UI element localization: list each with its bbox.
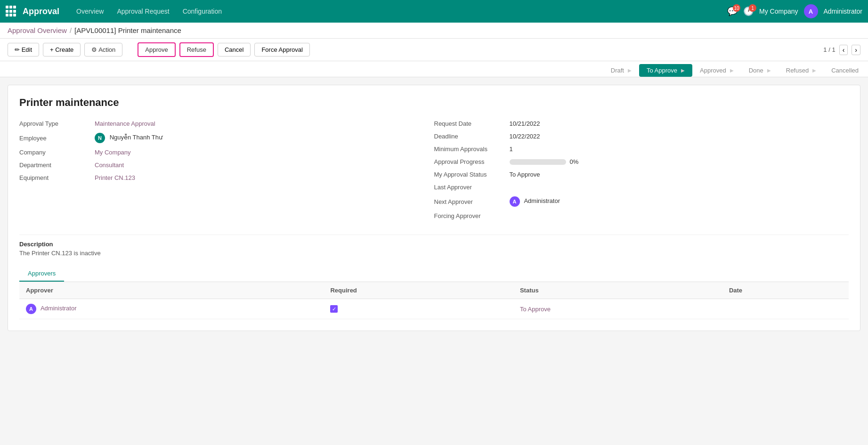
deadline-value: 10/22/2022 bbox=[510, 133, 849, 140]
status-done[interactable]: Done bbox=[741, 64, 779, 77]
pencil-icon: ✏ bbox=[15, 46, 20, 53]
next-approver-label: Next Approver bbox=[434, 198, 510, 205]
department-value[interactable]: Consultant bbox=[95, 162, 434, 169]
last-approver-row: Last Approver bbox=[434, 184, 849, 191]
activities-btn[interactable]: 🕐1 bbox=[743, 6, 754, 16]
my-approval-status-row: My Approval Status To Approve bbox=[434, 171, 849, 178]
company-label: Company bbox=[19, 149, 95, 156]
activities-badge: 1 bbox=[749, 4, 756, 12]
date-cell bbox=[722, 299, 849, 319]
description-text: The Printer CN.123 is inactive bbox=[19, 250, 849, 257]
approve-button[interactable]: Approve bbox=[138, 42, 175, 57]
col-required: Required bbox=[324, 282, 513, 299]
my-approval-status-label: My Approval Status bbox=[434, 171, 510, 178]
edit-button[interactable]: ✏ Edit bbox=[8, 43, 39, 57]
my-approval-status-value: To Approve bbox=[510, 171, 849, 178]
table-row: A Administrator ✓ To Approve bbox=[19, 299, 849, 319]
form-right: Request Date 10/21/2022 Deadline 10/22/2… bbox=[434, 120, 849, 225]
next-approver-avatar: A bbox=[510, 196, 520, 207]
status-cancelled[interactable]: Cancelled bbox=[824, 64, 860, 77]
col-status: Status bbox=[513, 282, 722, 299]
request-date-label: Request Date bbox=[434, 120, 510, 127]
department-label: Department bbox=[19, 162, 95, 169]
approver-cell: A Administrator bbox=[19, 299, 324, 319]
approver-name[interactable]: Administrator bbox=[41, 305, 77, 312]
pagination-prev[interactable]: ‹ bbox=[839, 45, 848, 55]
col-approver: Approver bbox=[19, 282, 324, 299]
forcing-approver-label: Forcing Approver bbox=[434, 212, 510, 219]
top-nav: Approval Overview Approval Request Confi… bbox=[0, 0, 868, 23]
breadcrumb: Approval Overview / [APVL00011] Printer … bbox=[0, 23, 868, 39]
approval-type-label: Approval Type bbox=[19, 120, 95, 127]
tab-approvers[interactable]: Approvers bbox=[19, 266, 64, 282]
breadcrumb-current: [APVL00011] Printer maintenance bbox=[74, 26, 181, 34]
employee-avatar: N bbox=[95, 133, 105, 143]
status-draft[interactable]: Draft bbox=[603, 64, 639, 77]
status-to-approve[interactable]: To Approve bbox=[639, 64, 692, 77]
force-approval-button[interactable]: Force Approval bbox=[254, 43, 309, 57]
row-status: To Approve bbox=[520, 306, 551, 313]
next-approver-row: Next Approver A Administrator bbox=[434, 196, 849, 207]
breadcrumb-separator: / bbox=[70, 26, 72, 34]
equipment-value[interactable]: Printer CN.123 bbox=[95, 174, 434, 181]
required-checkbox: ✓ bbox=[330, 305, 338, 313]
refuse-button[interactable]: Refuse bbox=[179, 42, 214, 57]
employee-label: Employee bbox=[19, 135, 95, 142]
main-content: Printer maintenance Approval Type Mainte… bbox=[0, 77, 868, 339]
nav-links: Overview Approval Request Configuration bbox=[71, 5, 727, 18]
breadcrumb-parent[interactable]: Approval Overview bbox=[8, 26, 67, 34]
approval-type-value[interactable]: Maintenance Approval bbox=[95, 120, 434, 127]
progress-bar-track bbox=[510, 159, 566, 165]
nav-right: 💬10 🕐1 My Company A Administrator bbox=[727, 4, 862, 18]
employee-value: N Nguyễn Thanh Thư bbox=[95, 133, 434, 143]
user-avatar[interactable]: A bbox=[804, 4, 818, 18]
company-label[interactable]: My Company bbox=[759, 8, 798, 15]
approvers-table: Approver Required Status Date A Administ… bbox=[19, 282, 849, 319]
cancel-button[interactable]: Cancel bbox=[218, 43, 251, 57]
status-approved[interactable]: Approved bbox=[692, 64, 741, 77]
forcing-approver-row: Forcing Approver bbox=[434, 212, 849, 219]
approval-progress-row: Approval Progress 0% bbox=[434, 158, 849, 165]
required-cell: ✓ bbox=[324, 299, 513, 319]
pagination-text: 1 / 1 bbox=[823, 46, 835, 53]
equipment-row: Equipment Printer CN.123 bbox=[19, 174, 434, 181]
pagination: 1 / 1 ‹ › bbox=[823, 45, 860, 55]
app-title: Approval bbox=[23, 7, 59, 16]
status-cell: To Approve bbox=[513, 299, 722, 319]
form-left: Approval Type Maintenance Approval Emplo… bbox=[19, 120, 434, 225]
equipment-label: Equipment bbox=[19, 174, 95, 181]
action-button[interactable]: ⚙ Action bbox=[84, 43, 122, 57]
status-refused[interactable]: Refused bbox=[779, 64, 824, 77]
status-bar: Draft To Approve Approved Done Refused C… bbox=[0, 61, 868, 77]
deadline-row: Deadline 10/22/2022 bbox=[434, 133, 849, 140]
min-approvals-row: Minimum Approvals 1 bbox=[434, 146, 849, 153]
next-approver-value: A Administrator bbox=[510, 196, 849, 207]
progress-percent: 0% bbox=[570, 158, 579, 165]
min-approvals-value: 1 bbox=[510, 146, 849, 153]
user-name[interactable]: Administrator bbox=[824, 8, 862, 15]
description-label: Description bbox=[19, 241, 849, 248]
tabs-section: Approvers Approver Required Status Date … bbox=[19, 266, 849, 319]
pagination-next[interactable]: › bbox=[852, 45, 860, 55]
company-value[interactable]: My Company bbox=[95, 149, 434, 156]
grid-menu-icon[interactable] bbox=[6, 6, 17, 17]
deadline-label: Deadline bbox=[434, 133, 510, 140]
messages-badge: 10 bbox=[733, 4, 740, 12]
department-row: Department Consultant bbox=[19, 162, 434, 169]
min-approvals-label: Minimum Approvals bbox=[434, 146, 510, 153]
form-grid: Approval Type Maintenance Approval Emplo… bbox=[19, 120, 849, 225]
request-date-row: Request Date 10/21/2022 bbox=[434, 120, 849, 127]
form-card: Printer maintenance Approval Type Mainte… bbox=[8, 85, 860, 331]
col-date: Date bbox=[722, 282, 849, 299]
progress-bar-container: 0% bbox=[510, 158, 849, 165]
form-title: Printer maintenance bbox=[19, 97, 849, 109]
approval-progress-value: 0% bbox=[510, 158, 849, 165]
nav-configuration[interactable]: Configuration bbox=[177, 5, 227, 18]
company-row: Company My Company bbox=[19, 149, 434, 156]
create-button[interactable]: + Create bbox=[43, 43, 81, 57]
messages-btn[interactable]: 💬10 bbox=[727, 6, 738, 16]
table-header-row: Approver Required Status Date bbox=[19, 282, 849, 299]
nav-overview[interactable]: Overview bbox=[71, 5, 109, 18]
last-approver-label: Last Approver bbox=[434, 184, 510, 191]
nav-approval-request[interactable]: Approval Request bbox=[111, 5, 175, 18]
